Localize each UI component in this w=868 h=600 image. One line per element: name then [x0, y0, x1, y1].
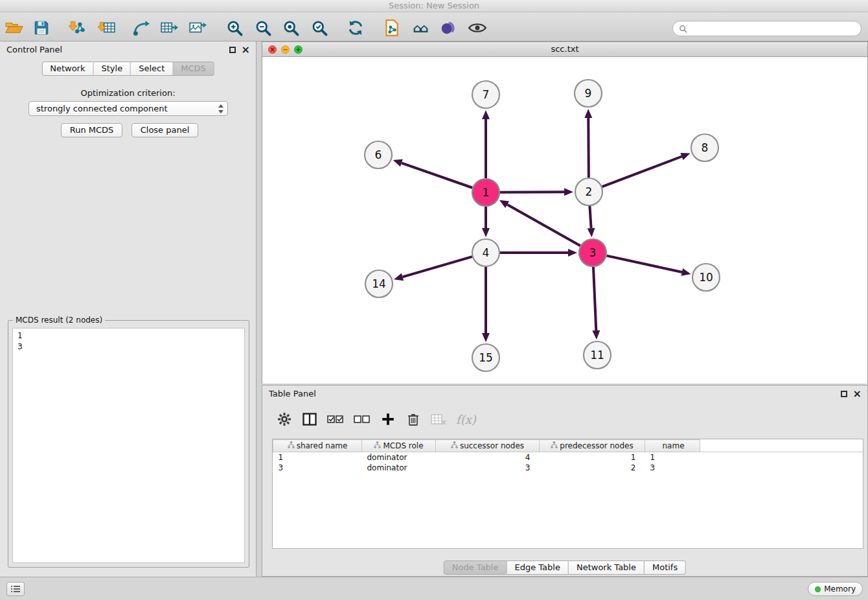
node-15[interactable]: 15 [472, 344, 499, 371]
node-8[interactable]: 8 [691, 134, 718, 161]
close-panel-button[interactable]: Close panel [131, 123, 198, 137]
edge-3-1[interactable] [499, 200, 580, 246]
mcds-result-title: MCDS result (2 nodes) [13, 316, 105, 325]
edge-2-9[interactable] [584, 109, 592, 178]
zoom-fit-button[interactable] [279, 17, 303, 38]
import-network-button[interactable] [65, 17, 88, 38]
apply-layout-button[interactable] [344, 17, 367, 38]
edge-2-8[interactable] [602, 153, 691, 187]
search-field[interactable] [672, 21, 862, 36]
network-overview-button[interactable] [380, 17, 404, 38]
close-window-icon[interactable]: × [268, 45, 277, 54]
export-table-button[interactable] [157, 17, 181, 38]
close-panel-icon[interactable]: × [242, 46, 250, 54]
table-settings-button[interactable] [277, 410, 292, 428]
function-builder-button[interactable]: f(x) [456, 410, 476, 428]
import-table-button[interactable] [95, 17, 119, 38]
edge-4-14[interactable] [394, 257, 472, 281]
edge-1-2[interactable] [500, 188, 573, 196]
cell-predecessor-nodes[interactable]: 1 [540, 452, 645, 463]
cell-successor-nodes[interactable]: 4 [436, 452, 540, 463]
cell-mcds-role[interactable]: dominator [362, 463, 436, 473]
minimize-window-icon[interactable]: − [281, 45, 290, 54]
run-mcds-button[interactable]: Run MCDS [61, 123, 122, 137]
show-columns-button[interactable] [302, 410, 317, 428]
edge-3-11[interactable] [592, 267, 600, 340]
zoom-out-button[interactable] [251, 17, 275, 38]
cell-successor-nodes[interactable]: 3 [436, 463, 540, 473]
edge-1-4[interactable] [482, 207, 490, 237]
result-line[interactable]: 1 [17, 330, 240, 341]
tab-mcds[interactable]: MCDS [173, 62, 214, 76]
cell-shared-name[interactable]: 3 [273, 463, 362, 473]
criterion-dropdown[interactable]: strongly connected component [29, 101, 228, 116]
zoom-selected-icon [311, 19, 328, 37]
node-4[interactable]: 4 [472, 239, 499, 266]
column-header-shared-name[interactable]: shared name [273, 440, 362, 452]
network-graph[interactable]: 7968124314101511 [262, 57, 867, 384]
cell-name[interactable]: 3 [645, 463, 700, 473]
search-input[interactable] [691, 24, 861, 33]
node-2[interactable]: 2 [575, 178, 602, 205]
tab-network-table[interactable]: Network Table [569, 560, 645, 575]
export-image-button[interactable] [186, 17, 209, 38]
node-14[interactable]: 14 [365, 270, 393, 297]
table-row[interactable]: 1dominator411 [273, 452, 863, 463]
memory-label: Memory [824, 584, 856, 594]
tab-motifs[interactable]: Motifs [645, 560, 686, 575]
zoom-window-icon[interactable]: + [294, 45, 303, 54]
network-window-titlebar[interactable]: × − + scc.txt [262, 42, 867, 57]
zoom-selected-button[interactable] [308, 17, 331, 38]
show-hide-button[interactable] [466, 17, 489, 38]
task-history-button[interactable] [6, 582, 25, 596]
node-3[interactable]: 3 [579, 239, 606, 266]
edge-1-7[interactable] [482, 110, 490, 178]
node-7[interactable]: 7 [472, 81, 499, 108]
edge-3-10[interactable] [606, 256, 691, 276]
style-button[interactable] [437, 17, 460, 38]
result-line[interactable]: 3 [17, 341, 240, 352]
svg-text:14: 14 [372, 277, 386, 290]
select-all-button[interactable] [327, 410, 344, 428]
add-row-button[interactable] [380, 410, 396, 428]
edge-4-3[interactable] [500, 249, 577, 257]
node-9[interactable]: 9 [575, 80, 602, 107]
edge-4-15[interactable] [482, 267, 490, 342]
tab-node-table[interactable]: Node Table [444, 560, 507, 575]
cell-shared-name[interactable]: 1 [273, 452, 362, 463]
column-header-name[interactable]: name [645, 440, 700, 452]
node-11[interactable]: 11 [584, 341, 611, 369]
cell-mcds-role[interactable]: dominator [362, 452, 436, 463]
node-6[interactable]: 6 [365, 141, 392, 168]
save-session-button[interactable] [30, 17, 53, 38]
window-title: Session: New Session [389, 1, 479, 10]
cell-predecessor-nodes[interactable]: 2 [540, 463, 645, 473]
tab-style[interactable]: Style [93, 62, 131, 76]
tab-edge-table[interactable]: Edge Table [507, 560, 568, 575]
memory-button[interactable]: Memory [808, 582, 863, 596]
table-panel-tabs: Node TableEdge TableNetwork TableMotifs [444, 560, 686, 575]
first-neighbors-button[interactable]: ⌂⌂ [408, 17, 431, 38]
node-1[interactable]: 1 [472, 179, 499, 206]
cell-name[interactable]: 1 [645, 452, 700, 463]
edge-2-3[interactable] [588, 206, 595, 237]
delete-row-button[interactable] [405, 410, 421, 428]
close-table-panel-icon[interactable]: × [853, 390, 862, 398]
delete-column-button[interactable] [431, 410, 446, 428]
column-header-successor-nodes[interactable]: successor nodes [436, 440, 540, 452]
zoom-in-button[interactable] [223, 17, 246, 38]
control-panel-header: Control Panel × [0, 41, 256, 58]
export-network-button[interactable] [130, 17, 153, 38]
tab-network[interactable]: Network [41, 62, 93, 76]
open-session-button[interactable] [3, 17, 26, 38]
unselect-all-button[interactable] [354, 410, 371, 428]
column-header-mcds-role[interactable]: MCDS role [362, 440, 436, 452]
table-row[interactable]: 3dominator323 [273, 463, 863, 473]
edge-1-6[interactable] [393, 159, 473, 188]
float-panel-icon[interactable] [229, 47, 236, 53]
node-10[interactable]: 10 [692, 264, 720, 291]
column-header-predecessor-nodes[interactable]: predecessor nodes [540, 440, 645, 452]
network-canvas[interactable]: 7968124314101511 [262, 57, 867, 384]
tab-select[interactable]: Select [131, 62, 173, 76]
float-table-panel-icon[interactable] [841, 391, 847, 397]
